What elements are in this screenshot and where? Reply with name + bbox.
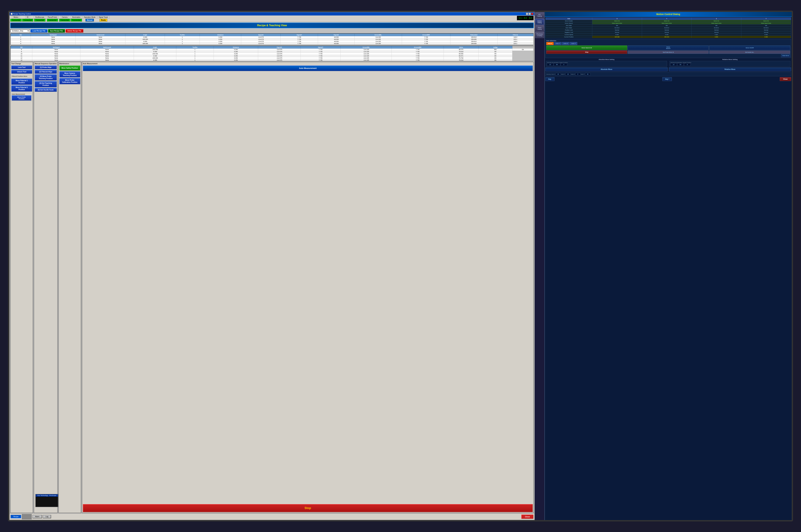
rel-target-label: Target Position	[683, 62, 691, 63]
neglim-y: Normal	[642, 31, 692, 34]
move-probe-teaching-button[interactable]: [3] Move Probe Teaching Position	[35, 74, 57, 80]
poslim-z: Normal	[692, 29, 741, 31]
mon-x-input[interactable]	[556, 73, 561, 75]
absolute-move-button[interactable]: Absolute Move	[545, 68, 668, 71]
stop-button[interactable]: Stop	[83, 504, 533, 512]
curr-speed-label: Current Speed	[545, 34, 592, 36]
stop-axis-btn[interactable]: Stop	[546, 51, 627, 54]
sidebar-piezo-dialog[interactable]: PiezoDialog	[535, 25, 544, 32]
tab-alarm[interactable]: Alarm	[32, 515, 42, 518]
abs-acceleration-input[interactable]	[554, 63, 560, 66]
rel-move-section: Relative Move Setting Velocity Accelerat…	[669, 58, 791, 67]
rel-acceleration-input[interactable]	[677, 63, 684, 66]
col-groundbr: GroundBR	[402, 34, 450, 36]
move-probe-btn[interactable]: Move Probe Position	[12, 95, 31, 100]
speed-x: 0.000	[592, 34, 642, 36]
fiducial1-button[interactable]: Move Fiducial 1 Position	[11, 79, 32, 85]
recipe-combo[interactable]: Exhibition_Strip	[10, 29, 30, 33]
lock-tool-button[interactable]: Lock Tool	[11, 65, 32, 69]
state-z: Idle	[692, 24, 741, 27]
home-search-btn[interactable]: HomeSearch	[628, 45, 709, 50]
rel-velocity-input[interactable]	[670, 63, 677, 66]
jog-minus-button[interactable]: Jog -	[545, 77, 555, 81]
axis-t-btn[interactable]: Axis T	[570, 42, 577, 45]
mon-z-input[interactable]	[576, 73, 580, 75]
close-dialog-button[interactable]: Close	[780, 77, 791, 81]
tool-change-title: Tool Change	[11, 63, 32, 64]
menu-piezo-label[interactable]: Piezo(Probe)	[46, 16, 58, 19]
windows-start[interactable]	[22, 514, 32, 519]
minimize-btn[interactable]: _	[526, 13, 528, 15]
menu-signal: Signal Tower Ready	[97, 16, 110, 21]
status-io: Connected	[22, 19, 33, 21]
move-probe-calib-button[interactable]: Move Probe Calibration Position	[59, 78, 80, 84]
menu-signal-label[interactable]: Signal Tower	[97, 16, 110, 19]
rel-target-input[interactable]	[684, 63, 691, 66]
toolbar-row: Exhibition_Strip Load Recipe File Save R…	[10, 29, 534, 33]
get-teaching-button[interactable]: [4] Get Teaching Position	[35, 81, 57, 87]
tab-recipe[interactable]: Recipe	[11, 515, 21, 518]
axis-selection-section: Axis Selection Axis X Axis Y Axis Z Axis…	[545, 39, 791, 58]
sidebar-ipc-setting[interactable]: IPCSetting	[535, 12, 544, 18]
motion-control-buttons: Home Search All HomeSearch Servo On/Off …	[546, 45, 790, 54]
t2-col-signaly: SignalY	[300, 46, 341, 49]
col-netground: NetGround	[75, 34, 125, 36]
fiducial-align-button[interactable]: [2] Fiducial Align	[35, 70, 57, 74]
close-btn-titlebar[interactable]: ✕	[531, 13, 534, 15]
table2: NO NetSignal NetGround Angle ToolNo Dist…	[11, 46, 534, 61]
abs-velocity-input[interactable]	[547, 63, 554, 66]
test-probe-btn[interactable]: Test Probe Driver 19	[628, 51, 709, 54]
t2-col-judge: Judge	[479, 46, 513, 49]
menu-illumination-label[interactable]: Illumination	[71, 16, 82, 19]
probe-align-button[interactable]: [1] Probe Align	[35, 65, 57, 69]
clear-error-btn[interactable]: Clear Error	[781, 54, 790, 57]
move-camera-button[interactable]: Move Camera Teaching Position	[59, 71, 80, 77]
menu-oscilloscope-label[interactable]: Oscilloscope	[34, 16, 46, 19]
manual-sequence-panel: Manual Sequence Operation [1] Probe Alig…	[34, 62, 58, 513]
abs-target-input[interactable]	[561, 63, 567, 66]
menu-operation-label[interactable]: Operation Mode	[82, 16, 97, 19]
table-row: 3NoneNone-0.00010.250-114.5757.735-46.50…	[11, 40, 534, 42]
move-safety-button[interactable]: Move Safety Position	[59, 65, 80, 71]
col-no: NO	[11, 34, 31, 36]
sidebar-motion-dialog[interactable]: MotionDialog	[535, 19, 544, 25]
auto-meas-title: Auto Measurement	[12, 93, 32, 95]
col-signalx: SignalX	[241, 34, 281, 36]
servo-onoff-btn[interactable]: Servo On/Off	[709, 45, 790, 50]
menu-motion-label[interactable]: Motion	[12, 16, 20, 19]
axis-x-btn[interactable]: Axis X	[546, 42, 554, 45]
auto-measurement-button[interactable]: Auto Measurement	[83, 65, 533, 71]
clock-display: 11:34 32	[517, 16, 534, 20]
manual-seq-title: Manual Sequence Operation	[35, 63, 57, 64]
tab-log[interactable]: Log	[43, 515, 51, 518]
bottom-panels: Tool Change Lock Tool Unlock Tool Fiduca…	[10, 61, 534, 513]
table-row: 11NoneNone-0.00010.250-114.5757.735-114.…	[11, 55, 534, 57]
test-oscillo-btn[interactable]: Get Oscillo Cal...	[709, 51, 790, 54]
save-recipe-button[interactable]: Save Recipe File	[48, 29, 65, 33]
servo-t: Servo On	[741, 20, 791, 22]
maximize-btn[interactable]: □	[528, 13, 531, 15]
monitoring-section: Velocity Axis X Axis Y Axis Z Axis T	[545, 72, 791, 76]
get-oscillo-scale-button[interactable]: [5] Get Oscillo Scale	[35, 88, 57, 92]
unlock-tool-button[interactable]: Unlock Tool	[11, 70, 32, 74]
menu-camera: Camera Connected	[59, 16, 71, 21]
jog-plus-button[interactable]: Jog +	[663, 77, 672, 81]
mon-t-input[interactable]	[585, 73, 590, 75]
menu-camera-label[interactable]: Camera	[60, 16, 69, 19]
sidebar-picoscope-dialog[interactable]: PicoScope Dialog	[535, 32, 544, 38]
error-label: Error State	[545, 27, 592, 29]
relative-move-button[interactable]: Relative Move	[669, 68, 791, 71]
load-recipe-button[interactable]: Load Recipe File	[31, 29, 47, 33]
home-z: Home Search Done	[692, 22, 741, 24]
state-y: Idle	[642, 24, 692, 27]
menu-io-label[interactable]: IO	[25, 16, 30, 19]
table2-container: NO NetSignal NetGround Angle ToolNo Dist…	[10, 46, 534, 61]
delete-recipe-button[interactable]: Delete Recipe File	[66, 29, 83, 33]
axis-y-btn[interactable]: Axis Y	[554, 42, 561, 45]
fiducial2-button[interactable]: Move Fiducial 2 Position	[11, 86, 32, 92]
mon-y-input[interactable]	[565, 73, 571, 75]
axis-z-btn[interactable]: Axis Z	[562, 42, 569, 45]
close-main-button[interactable]: Close	[521, 515, 534, 519]
home-search-all-btn[interactable]: Home Search All	[546, 45, 627, 50]
table-row: 2NoneNone-180.00010.250-114.5757.735-46.…	[11, 38, 534, 40]
